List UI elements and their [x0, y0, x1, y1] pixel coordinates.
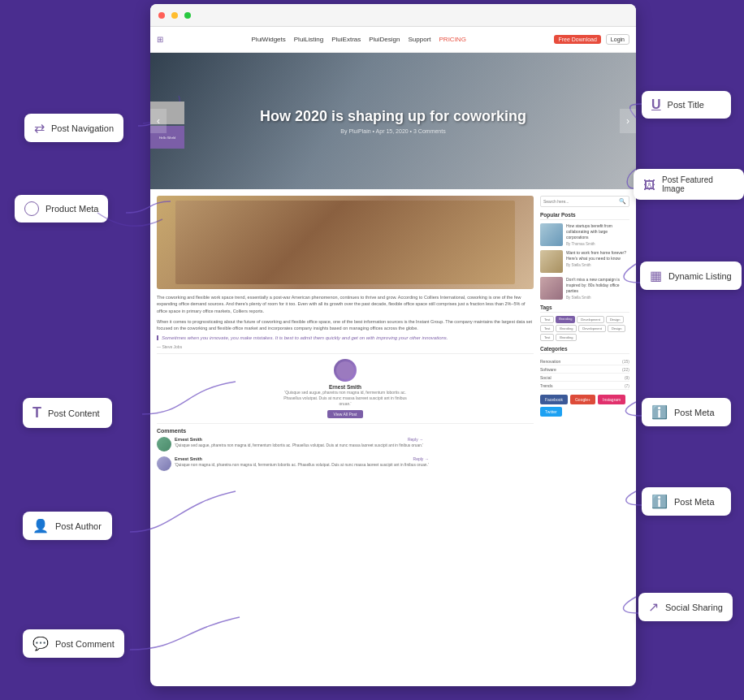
cat-count-2: (22): [622, 367, 629, 372]
download-button[interactable]: Free Download: [554, 35, 600, 44]
sidebar: 🔍 Popular Posts How startups benefit fro…: [540, 196, 629, 680]
comment-name-1: Ernest Smith: [175, 437, 202, 442]
popular-post-3: Don't miss a new campaign is inspired by…: [540, 277, 629, 300]
pp-title-1: How startups benefit from collaborating …: [566, 223, 629, 240]
tags-wrap: Test Branding Development Design Test Br…: [540, 316, 629, 341]
comment-avatar-2: [157, 456, 171, 471]
cat-item-2[interactable]: Software (22): [540, 365, 629, 374]
tag-9[interactable]: Test: [540, 334, 554, 341]
browser-dot-yellow: [171, 12, 178, 19]
main-column: The coworking and flexible work space tr…: [157, 196, 534, 680]
browser-dot-red: [158, 12, 165, 19]
tag-6[interactable]: Branding: [556, 325, 577, 332]
annotation-post-author: 👤 Post Author: [23, 512, 112, 540]
comment-reply-1[interactable]: Reply →: [408, 437, 423, 442]
hero-title: How 2020 is shaping up for coworking: [260, 108, 526, 125]
cat-item-4[interactable]: Trends (7): [540, 382, 629, 390]
cat-name-1: Renovation: [540, 359, 560, 364]
annotation-label-post-featured-image: Post Featured Image: [662, 175, 734, 193]
pp-content-1: How startups benefit from collaborating …: [566, 223, 629, 246]
popular-post-2: Want to work from home forever? Here's w…: [540, 250, 629, 273]
hero-arrow-right[interactable]: ›: [620, 109, 636, 133]
instagram-button[interactable]: Instagram: [598, 395, 625, 404]
annotation-post-navigation: ⇄ Post Navigation: [24, 114, 123, 142]
post-content-icon: T: [32, 404, 41, 421]
nav-link-3[interactable]: PluiExtras: [331, 36, 361, 43]
post-navigation-icon: ⇄: [34, 120, 45, 136]
annotation-post-title: U Post Title: [642, 91, 731, 119]
pp-thumb-2: [540, 250, 563, 273]
nav-link-5[interactable]: Support: [409, 36, 431, 43]
social-sharing-icon: ↗: [648, 599, 659, 615]
tags-section: Tags Test Branding Development Design Te…: [540, 305, 629, 341]
comment-text-1: 'Quisque sed augue, pharetra non magna i…: [175, 443, 423, 449]
pp-title-2: Want to work from home forever? Here's w…: [566, 250, 629, 261]
pp-title-3: Don't miss a new campaign is inspired by…: [566, 277, 629, 294]
hero-content: How 2020 is shaping up for coworking By …: [260, 108, 526, 134]
post-comment-icon: 💬: [32, 636, 49, 651]
dynamic-listing-icon: ▦: [650, 268, 662, 283]
tag-3[interactable]: Development: [577, 316, 604, 323]
browser-window: ⊞ PluiWidgets PluiListing PluiExtras Plu…: [150, 4, 636, 686]
facebook-button[interactable]: Facebook: [540, 395, 568, 404]
pp-author-2: By Stella Smith: [566, 263, 629, 267]
annotation-product-meta: Product Meta: [15, 195, 108, 223]
pp-thumb-1: [540, 223, 563, 246]
author-bio: 'Quisque sed augue, pharetra non magna i…: [280, 390, 410, 407]
social-buttons: Facebook Google+ Instagram Twitter: [540, 395, 629, 417]
tag-1[interactable]: Test: [540, 316, 554, 323]
annotation-label-post-author: Post Author: [55, 521, 102, 531]
author-name: Ernest Smith: [329, 384, 361, 390]
post-author-icon: 👤: [32, 518, 49, 534]
post-body-1: The coworking and flexible work space tr…: [157, 294, 534, 314]
search-bar[interactable]: 🔍: [540, 196, 629, 207]
tag-7[interactable]: Development: [578, 325, 606, 332]
tag-4[interactable]: Design: [606, 316, 624, 323]
nav-link-2[interactable]: PluiListing: [294, 36, 323, 43]
comment-name-2: Ernest Smith: [175, 456, 202, 461]
cat-name-4: Trends: [540, 383, 552, 388]
comment-reply-2[interactable]: Reply →: [413, 456, 429, 461]
pp-content-2: Want to work from home forever? Here's w…: [566, 250, 629, 273]
post-featured-image-icon: 🖼: [643, 178, 655, 192]
product-meta-icon: [24, 201, 39, 216]
comments-section: Comments Ernest Smith Reply → 'Quisque s…: [157, 428, 534, 471]
annotation-dynamic-listing: ▦ Dynamic Listing: [640, 261, 742, 290]
google-button[interactable]: Google+: [570, 395, 595, 404]
twitter-button[interactable]: Twitter: [540, 407, 562, 417]
post-img-inner: [175, 201, 515, 285]
search-icon: 🔍: [619, 198, 626, 205]
cat-name-2: Software: [540, 367, 556, 372]
view-all-button[interactable]: View All Post: [327, 410, 364, 418]
tag-8[interactable]: Design: [608, 325, 625, 332]
annotation-label-post-comment: Post Comment: [55, 639, 115, 649]
comment-header-2: Ernest Smith Reply →: [175, 456, 429, 461]
comment-item-2: Ernest Smith Reply → 'Quisque non magna …: [157, 456, 534, 471]
hero-section: Hello World How 2020 is shaping up for c…: [150, 53, 636, 189]
pp-thumb-3: [540, 277, 563, 300]
nav-link-pricing[interactable]: PRICING: [439, 36, 466, 43]
comment-body-2: Ernest Smith Reply → 'Quisque non magna …: [175, 456, 429, 471]
cat-item-1[interactable]: Renovation (15): [540, 357, 629, 365]
search-input[interactable]: [543, 199, 619, 204]
hero-meta: By PluiPlain • Apr 15, 2020 • 3 Comments: [260, 128, 526, 134]
browser-nav: ⊞ PluiWidgets PluiListing PluiExtras Plu…: [150, 27, 636, 53]
pp-content-3: Don't miss a new campaign is inspired by…: [566, 277, 629, 300]
post-featured-image: [157, 196, 534, 289]
annotation-label-post-meta-2: Post Meta: [674, 497, 715, 507]
tag-5[interactable]: Test: [540, 325, 554, 332]
comment-item-1: Ernest Smith Reply → 'Quisque sed augue,…: [157, 437, 534, 452]
annotation-label-post-title: Post Title: [668, 100, 704, 110]
tag-2[interactable]: Branding: [556, 316, 575, 323]
categories-title: Categories: [540, 346, 629, 354]
nav-link-1[interactable]: PluiWidgets: [252, 36, 286, 43]
annotation-label-product-meta: Product Meta: [45, 204, 98, 214]
author-section: Ernest Smith 'Quisque sed augue, pharetr…: [157, 353, 534, 424]
browser-dot-green: [184, 12, 191, 19]
login-button[interactable]: Login: [606, 34, 629, 45]
hero-arrow-left[interactable]: ‹: [150, 109, 167, 133]
tag-10[interactable]: Branding: [556, 334, 577, 341]
nav-link-4[interactable]: PluiDesign: [369, 36, 400, 43]
annotation-label-social-sharing: Social Sharing: [665, 603, 723, 612]
cat-item-3[interactable]: Social (9): [540, 374, 629, 382]
